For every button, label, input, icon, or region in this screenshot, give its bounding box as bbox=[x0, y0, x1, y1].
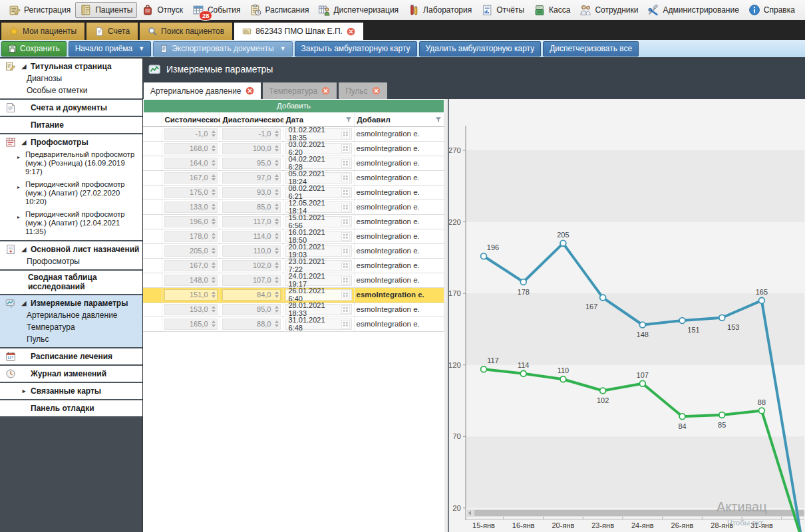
grid4-icon[interactable] bbox=[343, 292, 349, 298]
spinner-icon[interactable] bbox=[212, 218, 216, 225]
toolbar-item-cashbox[interactable]: Касса bbox=[529, 2, 575, 18]
diastolic-input[interactable]: 93,0 bbox=[222, 187, 281, 198]
sidebar-item-exams[interactable]: ◢ Профосмотры bbox=[0, 135, 142, 148]
grid4-icon[interactable] bbox=[343, 277, 349, 283]
diastolic-input[interactable]: 107,0 bbox=[222, 275, 281, 286]
spinner-icon[interactable] bbox=[212, 233, 216, 239]
spinner-icon[interactable] bbox=[275, 145, 279, 152]
date-input[interactable]: 05.02.2021 18:24 bbox=[285, 172, 352, 184]
spinner-icon[interactable] bbox=[275, 277, 279, 283]
column-header[interactable]: Диастолическое bbox=[220, 113, 283, 126]
table-row[interactable]: 178,0 114,0 16.01.2021 18:50 esmoIntegra… bbox=[143, 229, 444, 243]
date-input[interactable]: 03.02.2021 6:20 bbox=[285, 143, 352, 154]
tab-patient-search[interactable]: Поиск пациентов bbox=[140, 23, 232, 40]
spinner-icon[interactable] bbox=[275, 218, 279, 225]
toolbar-item-staff[interactable]: Сотрудники bbox=[575, 2, 643, 18]
close-param-tab-icon[interactable] bbox=[245, 86, 254, 95]
date-picker-icon[interactable] bbox=[341, 232, 349, 241]
data-point[interactable] bbox=[719, 315, 725, 321]
sidebar-subitem[interactable]: Особые отметки bbox=[0, 84, 142, 96]
diastolic-input[interactable]: 102,0 bbox=[222, 260, 281, 271]
spinner-icon[interactable] bbox=[275, 321, 279, 327]
table-row[interactable]: 151,0 84,0 26.01.2021 6:40 esmoIntegrati… bbox=[143, 287, 444, 302]
table-row[interactable]: -1,0 -1,0 01.02.2021 18:35 esmoIntegrati… bbox=[143, 126, 444, 141]
export-docs-button[interactable]: Экспортировать документы ▼ bbox=[153, 41, 292, 57]
diastolic-input[interactable]: 100,0 bbox=[222, 143, 281, 154]
spinner-icon[interactable] bbox=[212, 321, 216, 327]
expander-icon[interactable]: ▸ bbox=[20, 388, 28, 394]
diastolic-input[interactable]: 84,0 bbox=[222, 289, 281, 301]
spinner-icon[interactable] bbox=[275, 174, 279, 181]
diastolic-input[interactable]: 85,0 bbox=[222, 304, 281, 315]
grid4-icon[interactable] bbox=[343, 204, 349, 210]
spinner-icon[interactable] bbox=[212, 247, 216, 254]
data-point[interactable] bbox=[520, 370, 526, 376]
toolbar-item-schedules[interactable]: Расписания bbox=[245, 2, 313, 18]
table-row[interactable]: 133,0 85,0 12.05.2021 18:14 esmoIntegrat… bbox=[143, 200, 444, 214]
diastolic-input[interactable]: 110,0 bbox=[222, 245, 281, 257]
date-input[interactable]: 04.02.2021 6:28 bbox=[285, 158, 352, 169]
diastolic-input[interactable]: 85,0 bbox=[222, 201, 281, 213]
grid4-icon[interactable] bbox=[343, 307, 349, 313]
spinner-icon[interactable] bbox=[275, 262, 279, 269]
diastolic-input[interactable]: 88,0 bbox=[222, 319, 281, 330]
systolic-input[interactable]: 153,0 bbox=[164, 304, 218, 315]
grid4-icon[interactable] bbox=[343, 131, 349, 137]
spinner-icon[interactable] bbox=[212, 291, 216, 298]
toolbar-item-reports[interactable]: Отчёты bbox=[476, 2, 529, 18]
funnel-icon[interactable] bbox=[435, 116, 442, 123]
grid4-icon[interactable] bbox=[343, 248, 349, 254]
systolic-input[interactable]: 165,0 bbox=[164, 319, 218, 330]
grid4-icon[interactable] bbox=[343, 233, 349, 239]
data-point[interactable] bbox=[639, 380, 645, 386]
date-input[interactable]: 15.01.2021 6:56 bbox=[285, 216, 352, 227]
grid4-icon[interactable] bbox=[343, 146, 349, 152]
toolbar-item-dispatch[interactable]: Диспетчеризация bbox=[313, 2, 403, 18]
spinner-icon[interactable] bbox=[275, 189, 279, 196]
table-row[interactable]: 153,0 85,0 28.01.2021 18:33 esmoIntegrat… bbox=[143, 302, 444, 317]
close-param-tab-icon[interactable] bbox=[372, 86, 381, 95]
param-tab-blood-pressure[interactable]: Артериальное давление bbox=[144, 82, 261, 99]
sidebar-item-studies-summary[interactable]: Сводная таблица исследований bbox=[0, 271, 142, 292]
data-point[interactable] bbox=[520, 279, 526, 285]
spinner-icon[interactable] bbox=[212, 306, 216, 313]
date-picker-icon[interactable] bbox=[341, 261, 350, 270]
spinner-icon[interactable] bbox=[212, 203, 216, 210]
toolbar-item-events[interactable]: События 28 bbox=[188, 2, 245, 18]
toolbar-item-patients[interactable]: Пациенты bbox=[75, 2, 137, 18]
toolbar-item-administration[interactable]: Администрирование bbox=[643, 2, 743, 18]
data-point[interactable] bbox=[759, 408, 765, 414]
date-input[interactable]: 28.01.2021 18:33 bbox=[285, 304, 352, 315]
bp-chart-panel[interactable]: 270220170120702015-янв16-янв20-янв23-янв… bbox=[449, 99, 805, 532]
table-row[interactable]: 164,0 95,0 04.02.2021 6:28 esmoIntegrati… bbox=[143, 156, 444, 170]
data-point[interactable] bbox=[719, 412, 725, 418]
sidebar-item-measured-params[interactable]: ◢ Измеряемые параметры bbox=[0, 296, 142, 309]
save-button[interactable]: Сохранить bbox=[1, 41, 67, 57]
delete-card-button[interactable]: Удалить амбулаторную карту bbox=[419, 41, 542, 57]
table-row[interactable]: 205,0 110,0 20.01.2021 19:03 esmoIntegra… bbox=[143, 243, 444, 258]
expander-icon[interactable]: ◢ bbox=[20, 300, 28, 307]
expander-icon[interactable]: ▸ bbox=[17, 213, 20, 221]
sidebar-item-debug-panel[interactable]: Панель отладки bbox=[0, 401, 142, 414]
table-row[interactable]: 148,0 107,0 24.01.2021 19:17 esmoIntegra… bbox=[143, 273, 444, 287]
data-point[interactable] bbox=[560, 376, 566, 382]
grid4-icon[interactable] bbox=[343, 160, 349, 166]
date-input[interactable]: 24.01.2021 19:17 bbox=[285, 275, 352, 286]
spinner-icon[interactable] bbox=[275, 130, 279, 137]
systolic-input[interactable]: 167,0 bbox=[164, 172, 218, 184]
spinner-icon[interactable] bbox=[275, 233, 279, 239]
param-tab-temperature[interactable]: Температура bbox=[263, 82, 337, 99]
systolic-input[interactable]: 196,0 bbox=[164, 216, 218, 227]
data-point[interactable] bbox=[639, 322, 645, 328]
date-input[interactable]: 01.02.2021 18:35 bbox=[285, 128, 352, 140]
date-picker-icon[interactable] bbox=[341, 203, 349, 211]
date-picker-icon[interactable] bbox=[341, 188, 350, 197]
systolic-input[interactable]: 167,0 bbox=[164, 260, 218, 271]
grid4-icon[interactable] bbox=[343, 175, 349, 181]
sidebar-subitem[interactable]: Артериальное давление bbox=[0, 309, 142, 321]
date-picker-icon[interactable] bbox=[341, 320, 350, 329]
data-point[interactable] bbox=[600, 388, 606, 394]
sidebar-item-nutrition[interactable]: Питание bbox=[0, 118, 142, 131]
sidebar-item-linked-cards[interactable]: ▸ Связанные карты bbox=[0, 384, 142, 397]
systolic-input[interactable]: 175,0 bbox=[164, 187, 218, 198]
